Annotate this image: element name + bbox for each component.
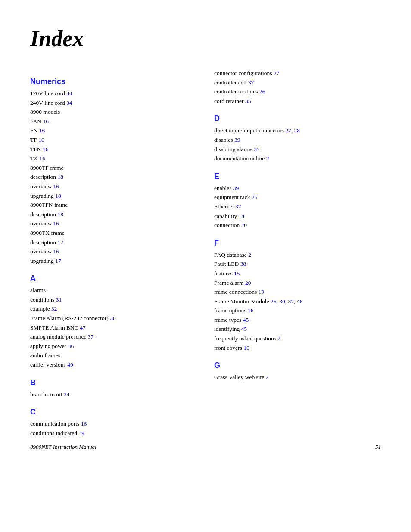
index-link[interactable]: 37 xyxy=(254,146,260,152)
index-entry: frame connections 19 xyxy=(214,287,381,297)
index-link[interactable]: 28 xyxy=(294,127,300,134)
index-entry: front covers 16 xyxy=(214,343,381,353)
index-link[interactable]: 26 xyxy=(271,298,277,305)
index-link[interactable]: 30 xyxy=(279,298,285,305)
entry-text: upgrading xyxy=(30,258,55,264)
index-entry: Ethernet 37 xyxy=(214,202,381,212)
index-link[interactable]: 37 xyxy=(288,298,294,305)
index-link[interactable]: 16 xyxy=(243,345,249,351)
index-link[interactable]: 16 xyxy=(38,137,44,143)
entry-text: frequently asked questions xyxy=(214,335,277,342)
index-entry: direct input/output connectors 27, 28 xyxy=(214,126,381,135)
entry-text: controller cell xyxy=(214,79,248,86)
section-heading-a: A xyxy=(30,274,197,283)
index-link[interactable]: 17 xyxy=(55,258,61,264)
index-link[interactable]: 16 xyxy=(81,420,87,427)
index-entry: description 18 xyxy=(30,210,197,219)
index-link[interactable]: 46 xyxy=(297,298,303,305)
index-link[interactable]: 16 xyxy=(39,127,45,134)
entry-text: 8900TF frame xyxy=(30,165,64,171)
index-link[interactable]: 35 xyxy=(245,98,251,104)
index-link[interactable]: 30 xyxy=(110,315,116,321)
index-link[interactable]: 39 xyxy=(78,430,84,436)
entry-text: 8900TFN frame xyxy=(30,202,68,208)
index-entry: identifying 45 xyxy=(214,324,381,334)
entry-text: 240V line cord xyxy=(30,100,66,106)
index-link[interactable]: 16 xyxy=(43,146,49,152)
index-entry: alarms xyxy=(30,286,197,295)
index-link[interactable]: 32 xyxy=(51,305,57,312)
entry-text: audio frames xyxy=(30,352,60,358)
entry-text: disables xyxy=(214,137,234,143)
entry-text: FN xyxy=(30,127,39,134)
index-link[interactable]: 18 xyxy=(57,211,63,218)
index-entry: earlier versions 49 xyxy=(30,360,197,370)
index-entry: features 15 xyxy=(214,269,381,278)
page: Index Numerics120V line cord 34240V line… xyxy=(0,0,411,464)
index-link[interactable]: 17 xyxy=(57,239,63,246)
entry-text: capability xyxy=(214,213,239,219)
index-entry: capability 18 xyxy=(214,212,381,221)
index-entry: analog module presence 37 xyxy=(30,332,197,342)
index-link[interactable]: 49 xyxy=(67,361,73,368)
entry-text: earlier versions xyxy=(30,361,67,368)
index-entry: Frame Monitor Module 26, 30, 37, 46 xyxy=(214,297,381,306)
entry-text: alarms xyxy=(30,287,46,293)
index-link[interactable]: 39 xyxy=(233,185,239,191)
entry-text: frame options xyxy=(214,307,248,314)
index-entry: FAN 16 xyxy=(30,117,197,126)
index-link[interactable]: 16 xyxy=(248,307,254,314)
index-link[interactable]: 20 xyxy=(241,222,247,228)
index-link[interactable]: 16 xyxy=(53,220,59,227)
index-link[interactable]: 31 xyxy=(56,296,62,303)
entry-text: Frame Alarm (RS-232 connector) xyxy=(30,315,110,321)
index-link[interactable]: 2 xyxy=(248,252,251,258)
index-link[interactable]: 2 xyxy=(277,335,280,342)
index-link[interactable]: 47 xyxy=(80,324,86,331)
index-link[interactable]: 16 xyxy=(53,183,59,190)
index-link[interactable]: 16 xyxy=(39,155,45,162)
entry-text: SMPTE Alarm BNC xyxy=(30,324,80,331)
index-entry: equipment rack 25 xyxy=(214,193,381,202)
index-entry: FAQ database 2 xyxy=(214,250,381,260)
entry-text: controller modules xyxy=(214,88,259,95)
entry-text: description xyxy=(30,239,57,246)
index-link[interactable]: 18 xyxy=(55,193,61,199)
index-entry: frequently asked questions 2 xyxy=(214,334,381,343)
index-entry: description 18 xyxy=(30,172,197,182)
index-link[interactable]: 34 xyxy=(64,391,70,398)
index-link[interactable]: 26 xyxy=(259,88,265,95)
index-link[interactable]: 16 xyxy=(53,248,59,255)
index-link[interactable]: 37 xyxy=(88,333,94,340)
index-link[interactable]: 37 xyxy=(248,79,254,86)
index-link[interactable]: 19 xyxy=(258,289,265,295)
entry-text: documentation online xyxy=(214,155,266,162)
index-link[interactable]: 34 xyxy=(66,90,72,96)
index-entry: communication ports 16 xyxy=(30,419,197,429)
left-column: Numerics120V line cord 34240V line cord … xyxy=(30,68,197,438)
right-column: connector configurations 27controller ce… xyxy=(214,68,381,438)
index-link[interactable]: 16 xyxy=(43,118,49,124)
index-link[interactable]: 37 xyxy=(235,203,241,210)
entry-text: frame connections xyxy=(214,289,258,295)
index-link[interactable]: 25 xyxy=(252,194,258,200)
index-entry: disables 39 xyxy=(214,135,381,145)
index-link[interactable]: 2 xyxy=(266,155,269,162)
index-entry: branch circuit 34 xyxy=(30,390,197,399)
index-link[interactable]: 27 xyxy=(285,127,291,134)
index-link[interactable]: 15 xyxy=(234,270,240,277)
index-link[interactable]: 18 xyxy=(239,213,245,219)
index-link[interactable]: 27 xyxy=(274,70,280,76)
index-entry: TFN 16 xyxy=(30,145,197,154)
index-link[interactable]: 20 xyxy=(245,280,251,286)
entry-text: FAN xyxy=(30,118,43,124)
entry-text: Fault LED xyxy=(214,261,240,267)
index-link[interactable]: 45 xyxy=(241,326,247,332)
index-link[interactable]: 34 xyxy=(66,100,72,106)
index-link[interactable]: 38 xyxy=(240,261,246,267)
index-link[interactable]: 36 xyxy=(68,343,74,349)
index-link[interactable]: 45 xyxy=(243,317,249,323)
index-link[interactable]: 39 xyxy=(234,137,240,143)
index-link[interactable]: 2 xyxy=(266,374,269,380)
index-link[interactable]: 18 xyxy=(57,174,63,180)
